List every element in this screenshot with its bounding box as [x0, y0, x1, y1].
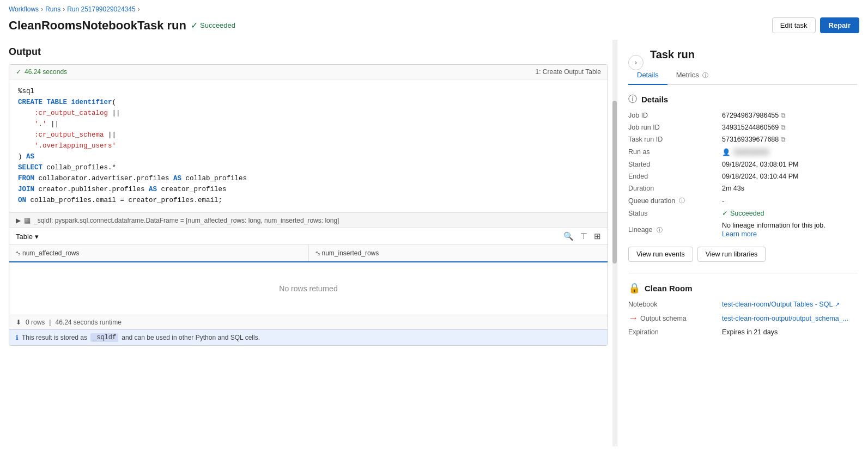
copy-task-run-id-icon[interactable]: ⧉ [781, 136, 786, 143]
code-line-10: JOIN creator.publisher.profiles AS creat… [18, 184, 599, 195]
run-as-value: username [733, 148, 770, 156]
clean-room-header: 🔒 Clean Room [628, 282, 857, 294]
code-line-9: FROM collaborator.advertiser.profiles AS… [18, 173, 599, 184]
check-icon: ✓ [16, 68, 21, 76]
scrollbar-thumb[interactable] [612, 101, 617, 264]
code-line-6: '.overlapping_users' [18, 140, 599, 151]
value-output-schema: test-clean-room-output/output_schema_... [722, 313, 857, 324]
col-name-inserted: num_inserted_rows [322, 249, 379, 257]
breadcrumb: Workflows › Runs › Run 251799029024345 › [0, 0, 868, 15]
no-rows-message: No rows returned [9, 262, 608, 315]
value-queue-duration: - [722, 197, 857, 205]
download-icon[interactable]: ⬇ [16, 319, 21, 326]
cell-runtime: ✓ 46.24 seconds [16, 68, 67, 76]
queue-duration-info-icon: ⓘ [679, 197, 685, 205]
value-status: ✓ Succeeded [722, 209, 857, 217]
value-expiration: Expires in 21 days [722, 328, 857, 336]
copy-job-id-icon[interactable]: ⧉ [781, 112, 786, 119]
value-job-id: 672949637986455 ⧉ [722, 112, 857, 119]
chevron-down-icon: ▾ [35, 232, 39, 241]
value-run-as: 👤 username [722, 148, 857, 156]
code-line-8: SELECT collab_profiles.* [18, 162, 599, 173]
label-output-schema: → Output schema [628, 313, 715, 324]
output-title: Output [9, 46, 608, 58]
clean-room-section: 🔒 Clean Room Notebook test-clean-room/Ou… [628, 282, 857, 336]
columns-icon[interactable]: ⊞ [594, 231, 601, 241]
footer-separator: | [49, 319, 51, 326]
learn-more-link[interactable]: Learn more [722, 230, 825, 238]
value-started: 09/18/2024, 03:08:01 PM [722, 161, 857, 168]
output-schema-link[interactable]: test-clean-room-output/output_schema_... [722, 315, 848, 322]
footer-note-text: This result is stored as [22, 334, 87, 341]
notebook-link[interactable]: test-clean-room/Output Tables - SQL [722, 301, 833, 308]
sql-result-header[interactable]: ▶ ▦ _sqldf: pyspark.sql.connect.datafram… [9, 212, 608, 228]
code-block: %sql CREATE TABLE identifier( :cr_output… [9, 79, 608, 212]
label-job-run-id: Job run ID [628, 124, 715, 131]
table-icon: ▦ [24, 216, 31, 224]
view-run-events-button[interactable]: View run events [628, 247, 693, 262]
value-lineage: No lineage information for this job. Lea… [722, 222, 857, 238]
col-header-affected: ⁴₃ num_affected_rows [9, 245, 309, 261]
action-buttons: View run events View run libraries [628, 247, 857, 262]
collapse-icon: ▶ [16, 217, 21, 224]
label-lineage: Lineage ⓘ [628, 222, 715, 238]
filter-icon[interactable]: ⊤ [580, 231, 587, 241]
row-count: 0 rows [26, 319, 45, 326]
view-run-libraries-button[interactable]: View run libraries [697, 247, 766, 262]
details-section-title: Details [641, 95, 668, 104]
clean-room-title: Clean Room [645, 284, 693, 293]
code-line-11: ON collab_profiles.email = creator_profi… [18, 195, 599, 206]
value-ended: 09/18/2024, 03:10:44 PM [722, 173, 857, 180]
repair-button[interactable]: Repair [820, 17, 859, 33]
copy-job-run-id-icon[interactable]: ⧉ [781, 124, 786, 131]
metrics-info-icon: ⓘ [702, 72, 708, 78]
label-notebook: Notebook [628, 301, 715, 308]
check-circle-icon: ✓ [191, 20, 198, 30]
value-task-run-id: 573169339677688 ⧉ [722, 136, 857, 143]
code-line-4: '.' || [18, 119, 599, 130]
section-divider [628, 273, 857, 273]
table-toolbar-icons: 🔍 ⊤ ⊞ [563, 231, 601, 241]
tab-details[interactable]: Details [628, 68, 667, 85]
col-type-icon: ⁴₃ [16, 250, 20, 257]
footer-runtime: 46.24 seconds runtime [55, 319, 121, 326]
main-layout: Output ✓ 46.24 seconds 1: Create Output … [0, 40, 868, 446]
footer-code: _sqldf [90, 333, 118, 342]
label-job-id: Job ID [628, 112, 715, 119]
cell-step: 1: Create Output Table [535, 68, 601, 76]
col-name-affected: num_affected_rows [22, 249, 80, 257]
code-line-3: :cr_output_catalog || [18, 108, 599, 119]
code-line-1: %sql [18, 86, 599, 97]
label-duration: Duration [628, 185, 715, 192]
search-icon[interactable]: 🔍 [563, 231, 574, 241]
breadcrumb-workflows[interactable]: Workflows [9, 5, 39, 13]
external-icon-notebook: ↗ [835, 301, 840, 308]
value-job-run-id: 349315244860569 ⧉ [722, 124, 857, 131]
details-section-header: ⓘ Details [628, 94, 857, 105]
label-expiration: Expiration [628, 328, 715, 336]
breadcrumb-run-id[interactable]: Run 251799029024345 [67, 5, 135, 13]
sql-result-label: _sqldf: pyspark.sql.connect.dataframe.Da… [34, 217, 601, 224]
status-badge: ✓ Succeeded [191, 20, 235, 30]
scrollbar-track [612, 40, 617, 446]
panel-toggle-button[interactable]: › [628, 55, 644, 70]
cell-footer-rows: ⬇ 0 rows | 46.24 seconds runtime [9, 315, 608, 329]
value-notebook: test-clean-room/Output Tables - SQL ↗ [722, 301, 857, 308]
output-panel: Output ✓ 46.24 seconds 1: Create Output … [0, 40, 617, 446]
col-type-icon-2: ⁴₃ [315, 250, 320, 257]
table-header-row: ⁴₃ num_affected_rows ⁴₃ num_inserted_row… [9, 245, 608, 262]
label-queue-duration: Queue duration ⓘ [628, 197, 715, 205]
footer-note-text2: and can be used in other Python and SQL … [122, 334, 260, 341]
page-header: CleanRoomsNotebookTask run ✓ Succeeded E… [0, 15, 868, 40]
edit-task-button[interactable]: Edit task [772, 17, 816, 33]
user-icon: 👤 [722, 148, 731, 156]
code-line-2: CREATE TABLE identifier( [18, 97, 599, 108]
value-duration: 2m 43s [722, 185, 857, 192]
breadcrumb-runs[interactable]: Runs [45, 5, 60, 13]
label-started: Started [628, 161, 715, 168]
tab-metrics[interactable]: Metrics ⓘ [667, 68, 718, 85]
header-actions: Edit task Repair [772, 17, 859, 33]
table-selector[interactable]: Table ▾ [16, 232, 39, 241]
label-task-run-id: Task run ID [628, 136, 715, 143]
cell-footer-note: ℹ This result is stored as _sqldf and ca… [9, 329, 608, 345]
